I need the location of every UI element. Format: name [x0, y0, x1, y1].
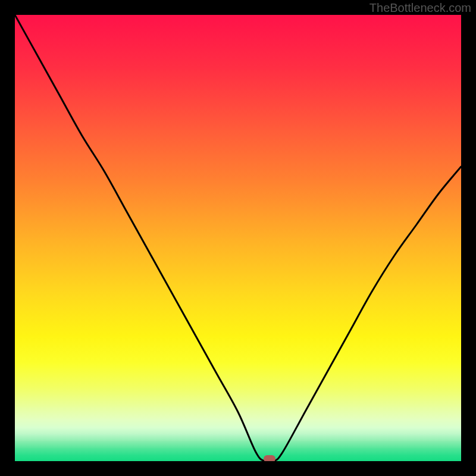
chart-area — [15, 15, 461, 461]
optimal-point-marker — [264, 455, 275, 461]
watermark-text: TheBottleneck.com — [369, 1, 471, 15]
bottleneck-curve — [15, 15, 461, 461]
